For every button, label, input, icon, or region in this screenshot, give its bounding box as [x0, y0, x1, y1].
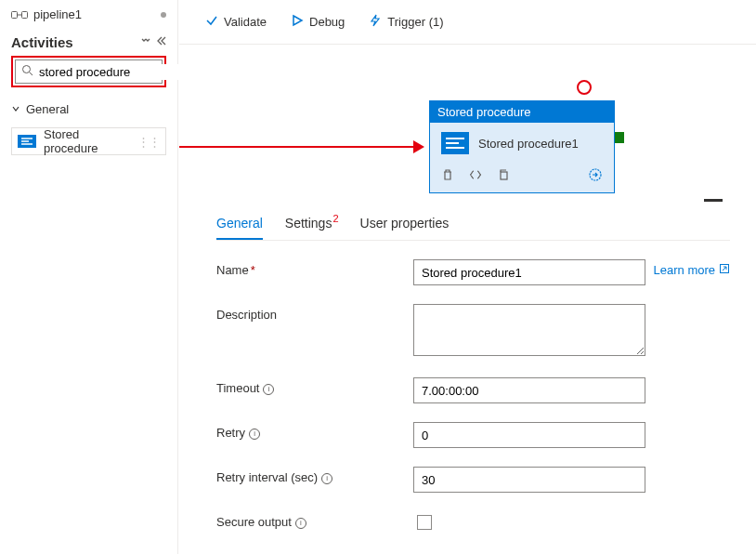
timeout-input[interactable] [413, 377, 645, 403]
annotation-circle [577, 80, 592, 95]
settings-badge: 2 [332, 213, 338, 224]
group-label: General [26, 102, 69, 116]
collapse-panel-icon[interactable] [155, 35, 166, 49]
trigger-label: Trigger (1) [387, 15, 443, 29]
activity-label: Stored procedure [44, 127, 130, 155]
activity-stored-procedure[interactable]: Stored procedure ⋮⋮ [11, 127, 166, 155]
info-icon[interactable]: i [295, 518, 306, 529]
play-icon [291, 14, 304, 30]
activities-heading: Activities [11, 34, 73, 50]
node-title: Stored procedure1 [478, 137, 579, 151]
add-output-icon[interactable] [588, 167, 603, 185]
description-label: Description [216, 304, 413, 322]
description-input[interactable] [413, 304, 645, 356]
info-icon[interactable]: i [249, 429, 260, 440]
search-icon [21, 64, 33, 79]
validate-label: Validate [224, 15, 267, 29]
pipeline-icon [11, 8, 28, 21]
lightning-icon [369, 14, 382, 30]
annotation-arrow-head [413, 140, 424, 153]
name-input[interactable] [413, 259, 645, 285]
check-icon [205, 14, 218, 30]
delete-icon[interactable] [441, 168, 454, 184]
svg-line-4 [30, 73, 33, 76]
svg-rect-1 [22, 11, 28, 18]
svg-point-3 [23, 66, 31, 73]
debug-label: Debug [309, 15, 345, 29]
stored-procedure-icon [18, 134, 36, 149]
retry-interval-label: Retry interval (sec)i [216, 467, 413, 485]
secure-output-label: Secure outputi [216, 511, 413, 530]
retry-input[interactable] [413, 422, 645, 448]
chevron-down-icon [11, 102, 20, 116]
annotation-arrow [179, 146, 417, 148]
svg-rect-0 [12, 11, 18, 18]
retry-interval-input[interactable] [413, 467, 645, 493]
code-icon[interactable] [469, 168, 482, 184]
info-icon[interactable]: i [321, 473, 332, 484]
drag-grip-icon: ⋮⋮ [137, 135, 160, 149]
search-highlight [11, 56, 166, 87]
external-link-icon [719, 263, 730, 277]
copy-icon[interactable] [497, 168, 510, 184]
group-general[interactable]: General [11, 100, 166, 118]
expand-collapse-icon[interactable] [140, 35, 151, 49]
search-input-wrap[interactable] [15, 59, 163, 84]
svg-rect-9 [501, 172, 507, 179]
debug-button[interactable]: Debug [291, 14, 345, 30]
resize-handle[interactable] [704, 199, 723, 202]
pipeline-title: pipeline1 [33, 7, 82, 21]
unsaved-dot-icon [161, 12, 166, 18]
learn-more-link[interactable]: Learn more [654, 259, 730, 277]
tab-user-properties[interactable]: User properties [360, 208, 450, 240]
activity-node[interactable]: Stored procedure Stored procedure1 [429, 100, 615, 193]
tab-general[interactable]: General [216, 208, 263, 240]
stored-procedure-icon [441, 132, 469, 154]
info-icon[interactable]: i [263, 384, 274, 395]
validate-button[interactable]: Validate [205, 14, 267, 30]
name-label: Name* [216, 259, 413, 277]
tab-settings[interactable]: Settings2 [285, 208, 338, 240]
pipeline-tab[interactable]: pipeline1 [11, 7, 166, 21]
secure-output-checkbox[interactable] [417, 515, 432, 530]
pipeline-canvas[interactable]: Stored procedure Stored procedure1 [179, 45, 756, 201]
node-type-label: Stored procedure [430, 101, 614, 123]
success-handle[interactable] [615, 132, 624, 143]
retry-label: Retryi [216, 422, 413, 441]
timeout-label: Timeouti [216, 377, 413, 396]
search-input[interactable] [37, 64, 197, 80]
trigger-button[interactable]: Trigger (1) [369, 14, 443, 30]
